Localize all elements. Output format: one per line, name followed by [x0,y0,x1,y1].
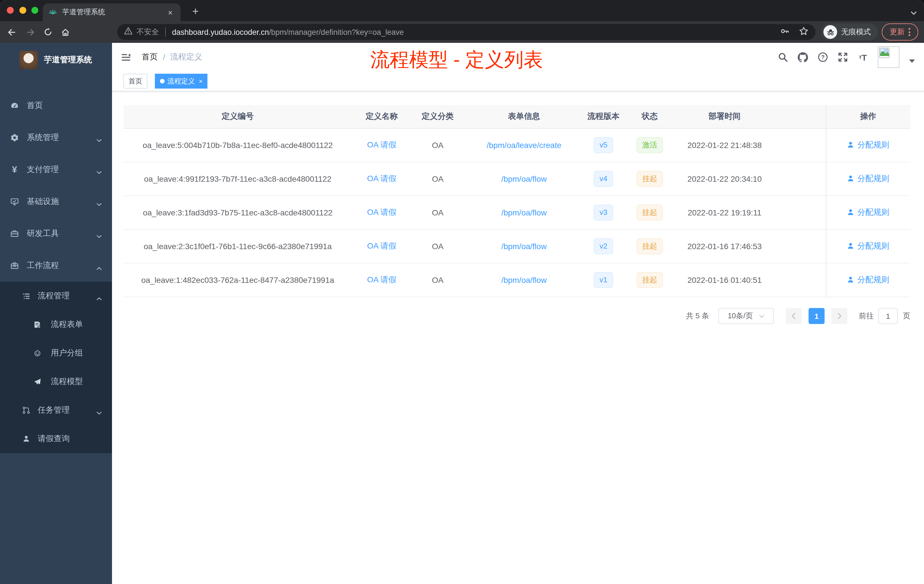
tag-close-icon[interactable]: × [199,78,203,84]
definition-category-cell: OA [411,162,464,196]
url-host: dashboard.yudao.iocoder.cn [172,28,269,36]
form-info-link[interactable]: /bpm/oa/flow [502,208,547,217]
assign-rule-link[interactable]: 分配规则 [847,174,889,183]
briefcase-icon [10,261,19,270]
next-page-button[interactable] [832,308,847,324]
form-info-link[interactable]: /bpm/oa/leave/create [487,140,561,150]
close-window-button[interactable] [7,7,14,14]
sidebar-item-label: 任务管理 [38,405,70,416]
github-icon[interactable] [798,52,808,62]
dashboard-gauge-icon [10,101,19,110]
sidebar-item-process-model[interactable]: 流程模型 [0,368,112,396]
main-area: 首页 / 流程定义 流程模型 - 定义列表 ? [112,43,924,584]
definition-name-link[interactable]: OA 请假 [367,208,396,216]
avatar-caret-down-icon[interactable] [909,59,915,63]
breadcrumb-current: 流程定义 [170,52,202,62]
minimize-window-button[interactable] [20,7,26,14]
col-deploy-time: 部署时间 [676,105,772,128]
url-omnibox[interactable]: 不安全 dashboard.yudao.iocoder.cn/bpm/manag… [117,24,815,40]
home-button-icon[interactable] [60,27,70,37]
new-tab-button[interactable]: + [187,3,203,20]
goto-label: 前往 [859,311,874,321]
form-info-link[interactable]: /bpm/oa/flow [502,174,547,183]
sidebar-item-workflow[interactable]: 工作流程 [0,250,112,282]
sidebar-item-process-management[interactable]: 流程管理 [0,282,112,310]
chevron-down-icon [96,167,102,177]
tab-strip: 芋道管理系统 × + [0,0,924,21]
browser-menu-kebab-icon[interactable] [909,28,910,36]
tab-close-icon[interactable]: × [166,8,175,17]
top-navbar: 首页 / 流程定义 流程模型 - 定义列表 ? [112,43,924,71]
reload-button-icon[interactable] [43,27,53,37]
definition-name-link[interactable]: OA 请假 [367,174,396,183]
sidebar: 芋道管理系统 首页 系统管理 ¥ 支付管 [0,43,112,584]
back-button-icon[interactable] [6,27,16,37]
sidebar-item-dev-tools[interactable]: 研发工具 [0,218,112,250]
definition-category-cell: OA [411,263,464,297]
passwords-key-icon[interactable] [780,26,790,38]
definition-name-link[interactable]: OA 请假 [367,275,396,284]
sidebar-item-label: 流程管理 [38,291,70,301]
page-number-current[interactable]: 1 [808,308,825,324]
sidebar-item-user-group[interactable]: 用户分组 [0,339,112,368]
tab-search-chevron-icon[interactable] [910,7,917,18]
sidebar-collapse-hamburger-icon[interactable] [121,53,131,62]
user-avatar-broken-image[interactable] [878,46,899,68]
chevron-up-icon [96,294,102,303]
help-question-icon[interactable]: ? [818,52,828,62]
security-label[interactable]: 不安全 [137,27,159,37]
update-label[interactable]: 更新 [890,27,904,37]
assign-rule-link[interactable]: 分配规则 [847,140,889,149]
sidebar-item-infrastructure[interactable]: 基础设施 [0,186,112,218]
document-edit-icon [34,321,41,328]
definition-name-link[interactable]: OA 请假 [367,140,396,149]
assign-rule-link[interactable]: 分配规则 [847,241,889,250]
sidebar-item-home[interactable]: 首页 [0,90,112,122]
person-icon [22,435,30,443]
deploy-time-cell: 2022-01-22 20:34:10 [676,162,772,196]
browser-tab[interactable]: 芋道管理系统 × [43,3,181,21]
form-info-link[interactable]: /bpm/oa/flow [502,276,547,285]
person-icon [847,242,855,250]
sidebar-item-leave-query[interactable]: 请假查询 [0,425,112,453]
assign-rule-link[interactable]: 分配规则 [847,275,889,284]
sidebar-logo-row: 芋道管理系统 [0,43,112,77]
sidebar-item-label: 基础设施 [27,196,59,207]
goto-page-input[interactable] [878,308,898,324]
svg-text:?: ? [821,54,825,60]
sidebar-item-process-form[interactable]: 流程表单 [0,310,112,339]
person-icon [847,276,855,284]
browser-window: 芋道管理系统 × + 不安全 dashboard.yudao.iocoder.c… [0,0,924,584]
browser-update-button[interactable]: 更新 [882,23,918,41]
definition-id-cell: oa_leave:1:482ec033-762a-11ec-8477-a2380… [124,263,352,297]
version-badge: v1 [594,272,613,288]
person-icon [847,175,855,182]
bookmark-star-icon[interactable] [799,26,808,38]
tag-home[interactable]: 首页 [124,74,147,89]
breadcrumb-home[interactable]: 首页 [142,52,158,62]
sidebar-item-payment[interactable]: ¥ 支付管理 [0,154,112,186]
table-header-row: 定义编号 定义名称 定义分类 表单信息 流程版本 状态 部署时间 操作 [124,105,910,128]
sidebar-item-system[interactable]: 系统管理 [0,122,112,154]
search-icon[interactable] [778,52,788,62]
person-icon [847,141,855,148]
chevron-down-icon [96,408,102,417]
definition-name-link[interactable]: OA 请假 [367,241,396,250]
incognito-label: 无痕模式 [841,27,871,37]
fullscreen-expand-icon[interactable] [838,52,848,62]
tag-process-definition[interactable]: 流程定义 × [155,74,208,89]
forward-button-icon[interactable] [25,27,35,37]
deploy-time-cell: 2022-01-22 21:48:38 [676,128,772,162]
status-badge: 挂起 [637,205,663,221]
col-actions: 操作 [826,105,910,128]
page-size-select[interactable]: 10条/页 [718,308,774,324]
deploy-time-cell: 2022-01-22 19:19:11 [676,196,772,229]
assign-rule-link[interactable]: 分配规则 [847,208,889,216]
col-form-info: 表单信息 [464,105,584,128]
sidebar-item-label: 首页 [27,101,43,111]
sidebar-item-task-management[interactable]: 任务管理 [0,396,112,425]
font-size-icon[interactable]: тT [858,52,868,62]
prev-page-button[interactable] [786,308,802,324]
maximize-window-button[interactable] [31,7,38,14]
form-info-link[interactable]: /bpm/oa/flow [502,242,547,251]
